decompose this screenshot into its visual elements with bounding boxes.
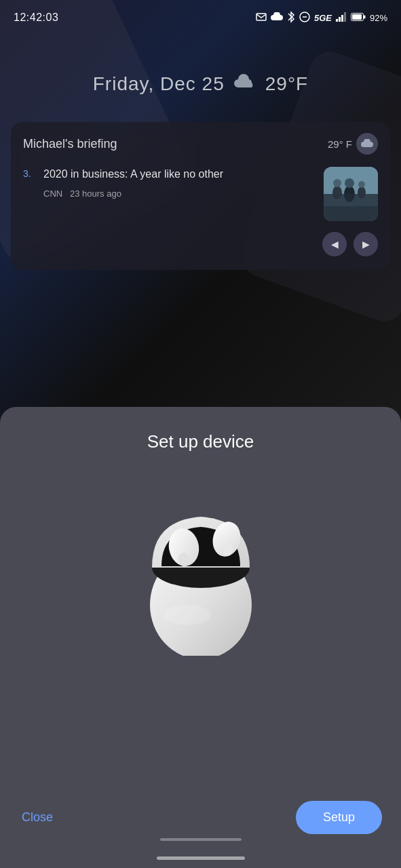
svg-rect-9 xyxy=(352,14,362,20)
close-button[interactable]: Close xyxy=(19,802,56,833)
earbuds-svg xyxy=(126,479,275,656)
news-thumbnail xyxy=(324,167,378,221)
svg-point-16 xyxy=(358,186,366,199)
briefing-header: Michael's briefing 29° F xyxy=(23,133,378,155)
svg-rect-8 xyxy=(364,15,366,18)
sheet-actions: Close Setup xyxy=(0,801,401,834)
status-time: 12:42:03 xyxy=(14,12,58,24)
home-indicator xyxy=(157,856,245,860)
briefing-weather: 29° F xyxy=(328,133,378,155)
temperature-label: 29°F xyxy=(265,73,308,95)
notification-icon xyxy=(256,12,267,24)
news-text-block: 2020 in business: A year like no other C… xyxy=(43,167,314,199)
thumb-bg xyxy=(324,167,378,221)
svg-rect-18 xyxy=(324,206,378,221)
signal-icon xyxy=(336,12,347,24)
battery-level: 92% xyxy=(370,13,387,23)
weather-cloud-icon xyxy=(233,73,257,95)
svg-rect-3 xyxy=(336,19,338,22)
date-weather-widget: Friday, Dec 25 29°F xyxy=(0,33,401,122)
nav-arrows: ◀ ▶ xyxy=(23,232,378,256)
battery-icon xyxy=(351,13,366,23)
cloud-sync-icon xyxy=(271,12,283,24)
news-source-name: CNN xyxy=(43,189,62,199)
status-icons: 5GE 92% xyxy=(256,11,387,25)
network-type-label: 5GE xyxy=(314,13,332,23)
next-arrow-icon: ▶ xyxy=(362,239,370,250)
setup-sheet-title: Set up device xyxy=(147,431,254,452)
next-arrow-button[interactable]: ▶ xyxy=(354,232,378,256)
prev-arrow-icon: ◀ xyxy=(331,239,339,250)
bluetooth-icon xyxy=(287,11,295,25)
drag-indicator xyxy=(160,838,242,841)
prev-arrow-button[interactable]: ◀ xyxy=(322,232,347,256)
briefing-card: Michael's briefing 29° F 3. 2020 in busi… xyxy=(11,122,390,270)
date-label: Friday, Dec 25 xyxy=(93,73,225,95)
dnd-icon xyxy=(299,12,310,24)
svg-rect-10 xyxy=(324,167,378,221)
svg-rect-5 xyxy=(341,15,343,22)
news-source: CNN 23 hours ago xyxy=(43,189,314,199)
svg-rect-0 xyxy=(256,14,266,20)
svg-point-17 xyxy=(358,181,365,188)
status-bar: 12:42:03 5GE xyxy=(0,0,401,33)
briefing-title: Michael's briefing xyxy=(23,137,117,151)
svg-rect-11 xyxy=(324,194,378,221)
setup-sheet: Set up device xyxy=(0,407,401,868)
svg-point-14 xyxy=(344,186,355,202)
news-headline: 2020 in business: A year like no other xyxy=(43,167,314,182)
news-time-ago: 23 hours ago xyxy=(70,189,121,199)
svg-rect-4 xyxy=(339,17,341,22)
svg-point-25 xyxy=(164,605,211,625)
setup-button[interactable]: Setup xyxy=(296,801,382,834)
weather-bubble-icon xyxy=(356,133,378,155)
svg-rect-6 xyxy=(344,12,346,22)
date-line: Friday, Dec 25 29°F xyxy=(14,73,387,95)
svg-point-12 xyxy=(332,186,342,199)
earbuds-illustration xyxy=(126,479,275,656)
news-item[interactable]: 3. 2020 in business: A year like no othe… xyxy=(23,167,378,221)
briefing-temp: 29° F xyxy=(328,138,352,150)
svg-point-15 xyxy=(345,178,354,188)
svg-point-13 xyxy=(333,179,341,187)
news-number: 3. xyxy=(23,168,34,179)
